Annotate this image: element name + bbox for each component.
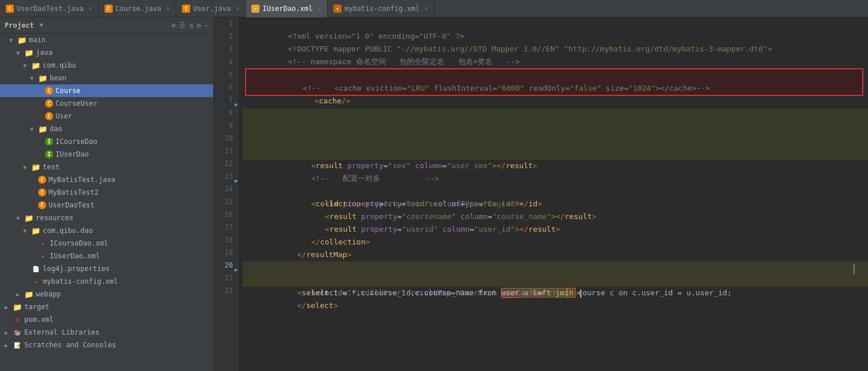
tree-item-pom[interactable]: m pom.xml <box>0 313 213 326</box>
tree-item-bean[interactable]: ▼ 📁 bean <box>0 72 213 84</box>
tree-item-icoursedao[interactable]: I ICourseDao <box>0 135 213 148</box>
dropdown-icon[interactable]: ▼ <box>40 21 44 29</box>
tree-label: User <box>55 112 72 120</box>
code-lines: <?xml version="1.0" encoding="UTF-8" ?> … <box>238 17 868 371</box>
tree-item-course[interactable]: C Course <box>0 84 213 97</box>
code-line-13: ▶ <collection property="courses" ofType=… <box>243 172 868 185</box>
tree-item-external-libs[interactable]: ▶ 📚 External Libraries <box>0 326 213 339</box>
code-line-2: <!DOCTYPE mapper PUBLIC "-//mybatis.org/… <box>243 30 868 43</box>
tab-label: User.java <box>193 5 231 13</box>
java-class-icon: C <box>45 112 53 120</box>
tree-item-log4j[interactable]: 📄 log4j.properties <box>0 262 213 275</box>
tree-item-main[interactable]: ▼ 📁 main <box>0 34 213 46</box>
sidebar-title: Project <box>5 21 34 29</box>
tree-item-java[interactable]: ▼ 📁 java <box>0 46 213 59</box>
tree-label: pom.xml <box>24 316 54 324</box>
code-line-6: <cache/> <box>246 82 862 95</box>
xml-icon: ✦ <box>38 239 47 248</box>
code-line-10: <result property="password" column="user… <box>243 134 868 147</box>
tab-label: UserDaoTest.java <box>17 5 84 13</box>
code-line-3: <!-- namespace 命名空间 包的全限定名 包名+类名 --> <box>243 43 868 55</box>
sidebar: Project ▼ ⊕ ☰ ⇅ ⚙ − ▼ 📁 main ▼ 📁 java ▼ … <box>0 17 214 371</box>
tab-mybatis-config[interactable]: ✦ mybatis-config.xml × <box>328 0 435 17</box>
code-line-17: </collection> <box>243 223 868 236</box>
code-line-22: </select> <box>243 287 868 299</box>
folder-blue-icon: 📁 <box>38 124 47 133</box>
close-sidebar-icon[interactable]: − <box>205 21 209 29</box>
xml-icon: ✦ <box>38 251 47 261</box>
tree-item-webapp[interactable]: ▶ 📁 webapp <box>0 288 213 300</box>
line-num-2: 2 <box>214 30 238 43</box>
tree-item-courseuser[interactable]: C CourseUser <box>0 97 213 110</box>
tree-label: CourseUser <box>55 99 97 107</box>
tree-arrow: ▼ <box>30 126 38 132</box>
tab-iuserdao-xml[interactable]: ✦ IUserDao.xml × <box>246 0 328 17</box>
tree-item-com-qibu-dao[interactable]: ▼ 📁 com.qibu.dao <box>0 224 213 237</box>
tab-close[interactable]: × <box>89 5 92 12</box>
tree-arrow: ▼ <box>23 228 31 234</box>
tree-item-user[interactable]: C User <box>0 110 213 123</box>
editor[interactable]: 1 2 3 4 5 6 7 8 9 10 11 12 13 14 15 16 1… <box>214 17 868 371</box>
tree-label: ICourseDao <box>55 138 97 146</box>
line-num-6: 6 <box>214 81 238 94</box>
code-line-15: <result property="coursename" column="co… <box>243 198 868 210</box>
tab-label: IUserDao.xml <box>262 5 313 13</box>
tree-label: MyBatisTest2 <box>49 188 99 196</box>
tree-arrow: ▶ <box>5 342 13 348</box>
tree-item-mybatis-config[interactable]: ✦ mybatis-config.xml <box>0 275 213 288</box>
tab-close[interactable]: × <box>318 5 321 12</box>
code-line-18: </resultMap> <box>243 236 868 248</box>
tree-item-iuserdao[interactable]: I IUserDao <box>0 148 213 161</box>
tab-close[interactable]: × <box>236 5 239 12</box>
tree-item-com-qibu[interactable]: ▼ 📁 com.qibu <box>0 59 213 72</box>
tree-label: java <box>36 49 53 57</box>
tab-course[interactable]: C Course.java × <box>99 0 177 17</box>
line-num-14: 14 <box>214 183 238 195</box>
tree-item-dao[interactable]: ▼ 📁 dao <box>0 123 213 135</box>
sidebar-header: Project ▼ ⊕ ☰ ⇅ ⚙ − <box>0 17 213 34</box>
tree-item-icoursedao-xml[interactable]: ✦ ICourseDao.xml <box>0 237 213 250</box>
tree-item-mybatistest2[interactable]: C MyBatisTest2 <box>0 186 213 199</box>
line-num-18: 18 <box>214 233 238 246</box>
folder-icon: 📁 <box>24 213 34 222</box>
tree-item-userdaotest[interactable]: C UserDaoTest <box>0 199 213 212</box>
tree-label: com.qibu <box>43 61 76 69</box>
line-num-8: 8 <box>214 106 238 119</box>
line-num-1: 1 <box>214 17 238 30</box>
tree-item-test[interactable]: ▼ 📁 test <box>0 161 213 173</box>
code-line-1: <?xml version="1.0" encoding="UTF-8" ?> <box>243 17 868 30</box>
java-interface-icon: I <box>45 138 53 146</box>
tree-arrow: ▶ <box>16 291 24 298</box>
tree-label: target <box>24 303 49 311</box>
tab-bar: C UserDaoTest.java × C Course.java × C U… <box>0 0 868 17</box>
java-interface-icon: I <box>45 150 53 158</box>
tree-label: MyBatisTest.java <box>49 176 116 184</box>
tree-item-resources[interactable]: ▼ 📁 resources <box>0 212 213 224</box>
tab-user[interactable]: C User.java × <box>176 0 246 17</box>
folder-blue-icon: 📁 <box>24 48 34 57</box>
tree-label: com.qibu.dao <box>43 227 93 235</box>
code-line-4: <mapper namespace="com.qibu.dao.IUserDao… <box>243 55 868 68</box>
tree-item-scratches[interactable]: ▶ 📝 Scratches and Consoles <box>0 339 213 351</box>
settings-icon[interactable]: ⚙ <box>197 21 201 29</box>
line-num-4: 4 <box>214 55 238 68</box>
line-num-21: 21 <box>214 272 238 284</box>
java-class-icon: C <box>45 99 53 107</box>
tree-item-iuserdao-xml[interactable]: ✦ IUserDao.xml <box>0 250 213 262</box>
tab-userdaotest[interactable]: C UserDaoTest.java × <box>0 0 99 17</box>
tree-label: Course <box>55 87 80 95</box>
tree-item-mybatistest-java[interactable]: C MyBatisTest.java <box>0 173 213 186</box>
tree-arrow: ▼ <box>9 37 17 43</box>
tree-label: bean <box>50 74 66 82</box>
tab-close[interactable]: × <box>425 5 428 12</box>
collapse-icon[interactable]: ☰ <box>179 21 186 29</box>
line-num-3: 3 <box>214 43 238 55</box>
line-num-11: 11 <box>214 144 238 157</box>
external-libs-icon: 📚 <box>13 328 22 337</box>
tab-close[interactable]: × <box>166 5 170 12</box>
sync-icon[interactable]: ⊕ <box>172 21 176 29</box>
tree-item-target[interactable]: ▶ 📁 target <box>0 300 213 313</box>
code-line-19: <!-- 配置查询所有操作 --> <box>243 248 868 261</box>
expand-icon[interactable]: ⇅ <box>189 21 193 29</box>
java-class-icon: C <box>38 188 46 196</box>
